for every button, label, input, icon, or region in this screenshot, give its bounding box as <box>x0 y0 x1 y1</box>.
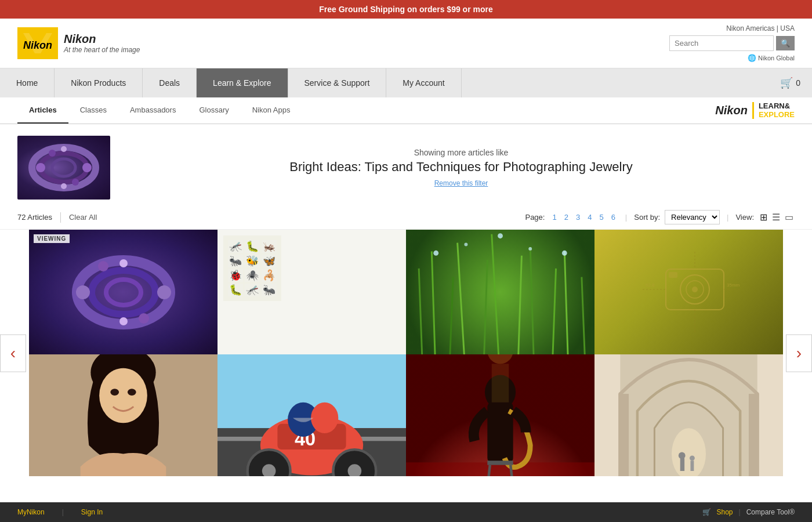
nikon-global-link[interactable]: 🌐 Nikon Global <box>748 54 795 62</box>
bug-1: 🦟 <box>228 240 243 253</box>
grid-cell-architecture[interactable] <box>594 354 783 476</box>
prev-arrow-icon: ‹ <box>10 344 16 362</box>
nav-products[interactable]: Nikon Products <box>55 68 143 97</box>
nav-cart[interactable]: 🛒 0 <box>768 68 812 97</box>
tab-nikon-apps[interactable]: Nikon Apps <box>241 97 302 124</box>
grid-cell-tech[interactable]: f/2.8 35mm <box>594 230 783 354</box>
svg-point-53 <box>99 368 147 423</box>
remove-filter[interactable]: Remove this filter <box>128 179 795 187</box>
page-6[interactable]: 6 <box>608 212 618 223</box>
footer-shop-label[interactable]: Shop <box>717 508 733 516</box>
view-label: View: <box>735 213 754 222</box>
logo-tagline: Nikon At the heart of the image <box>64 32 140 54</box>
svg-point-54 <box>110 389 119 396</box>
list-view-button[interactable]: ☰ <box>771 211 781 224</box>
svg-point-4 <box>36 163 45 172</box>
svg-point-12 <box>92 270 155 314</box>
search-button[interactable]: 🔍 <box>776 36 795 50</box>
tab-articles[interactable]: Articles <box>17 97 68 124</box>
learn-text: LEARN& <box>759 102 795 110</box>
grid-view-button[interactable]: ⊞ <box>759 211 768 224</box>
view-icons: ⊞ ☰ ▭ <box>759 211 795 224</box>
jewelry-art <box>17 136 110 200</box>
svg-point-33 <box>433 251 438 256</box>
single-view-button[interactable]: ▭ <box>784 211 795 224</box>
cart-icon: 🛒 <box>780 77 793 89</box>
footer-compare-tool[interactable]: Compare Tool® <box>746 508 795 516</box>
footer-bar: MyNikon | Sign In 🛒 Shop | Compare Tool® <box>0 502 812 522</box>
nav-service[interactable]: Service & Support <box>288 68 387 97</box>
page-1[interactable]: 1 <box>549 212 559 223</box>
page-5[interactable]: 5 <box>596 212 606 223</box>
search-input[interactable] <box>669 35 774 51</box>
prev-arrow[interactable]: ‹ <box>0 334 26 372</box>
grid-cell-grass[interactable] <box>406 230 594 354</box>
header-right-area: Nikon Americas | USA 🔍 🌐 Nikon Global <box>669 24 795 62</box>
page-2[interactable]: 2 <box>561 212 571 223</box>
learn-explore-text: LEARN& EXPLORE <box>752 102 795 119</box>
main-nav: Home Nikon Products Deals Learn & Explor… <box>0 68 812 97</box>
nikon-logo[interactable]: Nikon <box>17 27 58 59</box>
nikon-global-label: Nikon Global <box>758 55 795 61</box>
article-hero: Showing more articles like Bright Ideas:… <box>0 124 812 205</box>
svg-rect-84 <box>680 458 684 471</box>
svg-point-5 <box>82 163 92 172</box>
svg-point-55 <box>128 389 136 396</box>
grid-cell-musician[interactable] <box>406 354 594 476</box>
svg-point-10 <box>52 159 75 176</box>
nav-deals[interactable]: Deals <box>143 68 197 97</box>
cart-count: 0 <box>796 78 800 88</box>
page-4[interactable]: 4 <box>585 212 594 223</box>
nikon-logo-text: Nikon <box>715 104 748 117</box>
footer-sep-1: | <box>62 508 64 516</box>
page-label: Page: <box>525 213 545 222</box>
grid-cell-bugs[interactable]: 🦟 🐛 🦗 🐜 🐝 🦋 🐞 🕷️ 🦂 🐛 🦟 🐜 <box>217 230 406 354</box>
bug-10: 🐛 <box>228 284 243 296</box>
svg-point-67 <box>311 403 338 433</box>
showing-text: Showing more articles like <box>128 148 795 157</box>
next-arrow[interactable]: › <box>786 334 812 372</box>
svg-point-7 <box>72 179 79 186</box>
grid-cell-jewelry[interactable]: VIEWING <box>29 230 217 354</box>
footer-mynikon[interactable]: MyNikon <box>17 508 45 516</box>
svg-point-17 <box>106 280 141 305</box>
svg-point-14 <box>157 285 171 299</box>
svg-point-13 <box>76 285 90 299</box>
nikon-learn-explore-logo: Nikon LEARN& EXPLORE <box>715 102 795 119</box>
explore-text: EXPLORE <box>759 111 795 119</box>
footer-signin[interactable]: Sign In <box>81 508 103 516</box>
svg-point-15 <box>98 261 108 271</box>
nav-account[interactable]: My Account <box>386 68 461 97</box>
nav-home[interactable]: Home <box>0 68 55 97</box>
tab-classes[interactable]: Classes <box>68 97 118 124</box>
nav-learn-explore[interactable]: Learn & Explore <box>197 68 288 97</box>
svg-text:f/2.8: f/2.8 <box>646 282 655 288</box>
svg-point-41 <box>692 287 698 292</box>
svg-point-9 <box>61 183 67 189</box>
bugs-grid: 🦟 🐛 🦗 🐜 🐝 🦋 🐞 🕷️ 🦂 🐛 🦟 🐜 <box>223 235 281 301</box>
promo-banner: Free Ground Shipping on orders $99 or mo… <box>0 0 812 19</box>
svg-point-8 <box>61 146 67 152</box>
tab-glossary[interactable]: Glossary <box>187 97 240 124</box>
clear-all-button[interactable]: Clear All <box>69 213 97 222</box>
toolbar-divider <box>60 212 61 223</box>
page-3[interactable]: 3 <box>573 212 583 223</box>
svg-rect-73 <box>487 461 513 465</box>
image-grid: VIEWING 🦟 🐛 🦗 🐜 <box>29 230 783 476</box>
bug-2: 🐛 <box>245 240 260 253</box>
grid-cell-motorcycle[interactable]: 40 <box>217 354 406 476</box>
toolbar-right: Page: 1 2 3 4 5 6 | Sort by: Relevancy D… <box>525 210 795 224</box>
header-logo-area: Nikon Nikon At the heart of the image <box>17 27 140 59</box>
article-title: Bright Ideas: Tips and Techniques for Ph… <box>128 160 795 175</box>
sort-select[interactable]: Relevancy Date Title <box>665 210 720 224</box>
svg-text:Nikon: Nikon <box>23 39 52 51</box>
bug-5: 🐝 <box>245 255 260 267</box>
bug-12: 🐜 <box>262 284 277 296</box>
hero-text-area: Showing more articles like Bright Ideas:… <box>128 148 795 187</box>
grid-cell-woman[interactable] <box>29 354 217 476</box>
sub-nav: Articles Classes Ambassadors Glossary Ni… <box>0 97 812 124</box>
svg-rect-81 <box>749 394 759 476</box>
tab-ambassadors[interactable]: Ambassadors <box>118 97 187 124</box>
articles-toolbar: 72 Articles Clear All Page: 1 2 3 4 5 6 … <box>0 205 812 230</box>
svg-point-16 <box>139 313 149 324</box>
